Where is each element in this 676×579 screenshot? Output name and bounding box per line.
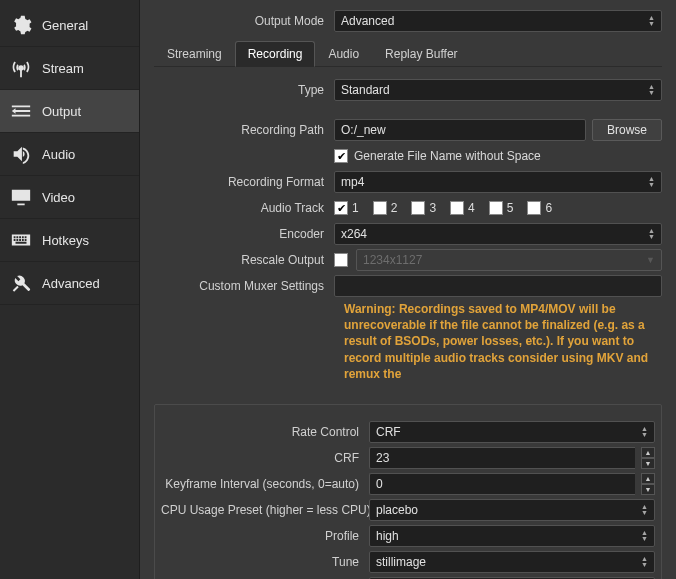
- encoder-label: Encoder: [154, 227, 334, 241]
- sidebar-item-label: General: [42, 18, 88, 33]
- sidebar-item-output[interactable]: Output: [0, 90, 139, 133]
- audio-track-3-checkbox[interactable]: [411, 201, 425, 215]
- sidebar-item-label: Output: [42, 104, 81, 119]
- rescale-output-checkbox[interactable]: [334, 253, 348, 267]
- tab-streaming[interactable]: Streaming: [154, 41, 235, 67]
- monitor-icon: [10, 186, 32, 208]
- type-label: Type: [154, 83, 334, 97]
- sidebar-item-label: Hotkeys: [42, 233, 89, 248]
- keyframe-interval-input[interactable]: 0: [369, 473, 635, 495]
- keyboard-icon: [10, 229, 32, 251]
- mp4-warning: Warning: Recordings saved to MP4/MOV wil…: [154, 301, 662, 382]
- generate-filename-checkbox[interactable]: ✔: [334, 149, 348, 163]
- sidebar-item-video[interactable]: Video: [0, 176, 139, 219]
- sidebar-item-advanced[interactable]: Advanced: [0, 262, 139, 305]
- sidebar-item-audio[interactable]: Audio: [0, 133, 139, 176]
- tune-select[interactable]: stillimage ▲▼: [369, 551, 655, 573]
- encoder-settings-group: Rate Control CRF ▲▼ CRF 23 ▲▼ Keyframe I…: [154, 404, 662, 579]
- rate-control-label: Rate Control: [161, 425, 369, 439]
- output-icon: [10, 100, 32, 122]
- sidebar-item-label: Stream: [42, 61, 84, 76]
- recording-format-select[interactable]: mp4 ▲▼: [334, 171, 662, 193]
- rescale-output-input[interactable]: 1234x1127 ▼: [356, 249, 662, 271]
- updown-icon: ▲▼: [641, 504, 648, 516]
- recording-format-label: Recording Format: [154, 175, 334, 189]
- profile-select[interactable]: high ▲▼: [369, 525, 655, 547]
- output-mode-label: Output Mode: [154, 14, 334, 28]
- speaker-icon: [10, 143, 32, 165]
- gear-icon: [10, 14, 32, 36]
- audio-track-6-checkbox[interactable]: [527, 201, 541, 215]
- rate-control-select[interactable]: CRF ▲▼: [369, 421, 655, 443]
- tab-recording[interactable]: Recording: [235, 41, 316, 67]
- updown-icon: ▲▼: [648, 176, 655, 188]
- main-panel: Output Mode Advanced ▲▼ Streaming Record…: [140, 0, 676, 579]
- chevron-down-icon: ▼: [646, 255, 655, 265]
- audio-track-5-checkbox[interactable]: [489, 201, 503, 215]
- encoder-select[interactable]: x264 ▲▼: [334, 223, 662, 245]
- audio-track-1-checkbox[interactable]: ✔: [334, 201, 348, 215]
- tools-icon: [10, 272, 32, 294]
- sidebar-item-hotkeys[interactable]: Hotkeys: [0, 219, 139, 262]
- audio-track-4-checkbox[interactable]: [450, 201, 464, 215]
- recording-path-label: Recording Path: [154, 123, 334, 137]
- crf-label: CRF: [161, 451, 369, 465]
- output-tabs: Streaming Recording Audio Replay Buffer: [154, 40, 662, 67]
- tune-label: Tune: [161, 555, 369, 569]
- profile-label: Profile: [161, 529, 369, 543]
- sidebar-item-label: Video: [42, 190, 75, 205]
- custom-muxer-label: Custom Muxer Settings: [154, 279, 334, 293]
- crf-spinner[interactable]: ▲▼: [641, 447, 655, 469]
- updown-icon: ▲▼: [641, 530, 648, 542]
- tab-replay-buffer[interactable]: Replay Buffer: [372, 41, 471, 67]
- tab-audio[interactable]: Audio: [315, 41, 372, 67]
- recording-path-input[interactable]: O:/_new: [334, 119, 586, 141]
- output-mode-select[interactable]: Advanced ▲▼: [334, 10, 662, 32]
- sidebar-item-label: Audio: [42, 147, 75, 162]
- keyframe-interval-spinner[interactable]: ▲▼: [641, 473, 655, 495]
- updown-icon: ▲▼: [648, 228, 655, 240]
- sidebar-item-label: Advanced: [42, 276, 100, 291]
- cpu-preset-label: CPU Usage Preset (higher = less CPU): [161, 503, 369, 517]
- generate-filename-label: Generate File Name without Space: [354, 149, 541, 163]
- cpu-preset-select[interactable]: placebo ▲▼: [369, 499, 655, 521]
- updown-icon: ▲▼: [648, 15, 655, 27]
- sidebar-item-stream[interactable]: Stream: [0, 47, 139, 90]
- audio-track-label: Audio Track: [154, 201, 334, 215]
- rescale-output-label: Rescale Output: [154, 253, 334, 267]
- type-select[interactable]: Standard ▲▼: [334, 79, 662, 101]
- crf-input[interactable]: 23: [369, 447, 635, 469]
- custom-muxer-input[interactable]: [334, 275, 662, 297]
- antenna-icon: [10, 57, 32, 79]
- sidebar-item-general[interactable]: General: [0, 4, 139, 47]
- sidebar: General Stream Output Audio Video Hotkey…: [0, 0, 140, 579]
- audio-track-2-checkbox[interactable]: [373, 201, 387, 215]
- keyframe-interval-label: Keyframe Interval (seconds, 0=auto): [161, 477, 369, 491]
- browse-button[interactable]: Browse: [592, 119, 662, 141]
- updown-icon: ▲▼: [641, 556, 648, 568]
- updown-icon: ▲▼: [641, 426, 648, 438]
- updown-icon: ▲▼: [648, 84, 655, 96]
